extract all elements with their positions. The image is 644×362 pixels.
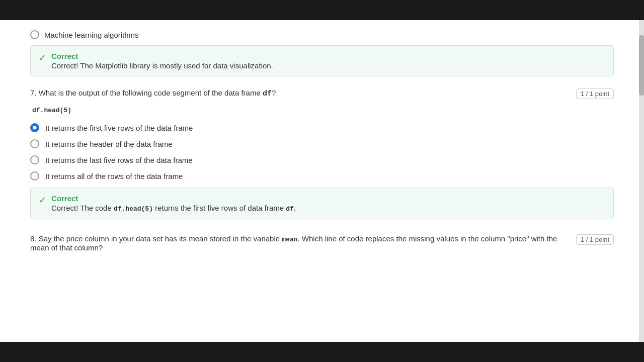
q7-number: 7. [30,88,37,97]
q7-option-a-row[interactable]: It returns the first five rows of the da… [30,123,614,132]
prev-correct-icon: ✓ [39,52,46,63]
q7-option-b-label: It returns the header of the data frame [45,140,173,148]
q7-option-a-label: It returns the first five rows of the da… [45,124,193,132]
prev-option-label: Machine learning algorithms [44,31,139,39]
q7-correct-box: ✓ Correct Correct! The code df.head(5) r… [30,188,614,219]
q7-code-block: df.head(5) [30,106,614,114]
q7-code-text: df.head(5) [32,107,71,114]
q7-radio-c[interactable] [30,155,39,164]
prev-correct-content: Correct Correct! The Matplotlib library … [51,52,273,70]
q7-text-before: What is the output of the following code… [39,88,263,97]
q7-radio-a[interactable] [30,123,39,132]
content-area: Machine learning algorithms ✓ Correct Co… [0,20,644,342]
question-8-text: 8. Say the price column in your data set… [30,234,576,252]
q7-option-d-row[interactable]: It returns all of the rows of the data f… [30,171,614,180]
q8-points-badge: 1 / 1 point [576,234,614,245]
prev-correct-text: Correct! The Matplotlib library is mostl… [51,61,273,70]
q8-text-part1: Say the price column in your data set ha… [39,234,282,243]
q7-correct-var: df [286,205,294,213]
q7-correct-before: Correct! The code [51,204,114,212]
scrollbar[interactable] [639,20,644,342]
q7-option-c-row[interactable]: It returns the last five rows of the dat… [30,155,614,164]
q7-correct-icon: ✓ [39,195,46,206]
q7-option-c-label: It returns the last five rows of the dat… [45,156,193,164]
q7-correct-text: Correct! The code df.head(5) returns the… [51,204,296,212]
q7-text-after: ? [272,88,276,97]
q7-option-d-label: It returns all of the rows of the data f… [45,172,183,180]
q7-radio-d[interactable] [30,171,39,180]
prev-correct-label: Correct [51,52,273,60]
q7-correct-code: df.head(5) [114,205,153,213]
q7-correct-end: . [294,204,296,212]
q7-correct-content: Correct Correct! The code df.head(5) ret… [51,194,296,213]
question-7-text: 7. What is the output of the following c… [30,88,576,98]
question-7-header: 7. What is the output of the following c… [30,88,614,99]
q7-code-var: df [263,89,272,98]
prev-correct-box: ✓ Correct Correct! The Matplotlib librar… [30,45,614,76]
radio-empty [30,30,39,39]
q7-points-badge: 1 / 1 point [576,88,614,99]
bottom-bar [0,342,644,362]
q7-radio-b[interactable] [30,139,39,148]
q8-code-mean: mean [282,236,297,243]
prev-option-row: Machine learning algorithms [30,30,614,39]
question-7-block: 7. What is the output of the following c… [30,88,614,219]
question-8-header: 8. Say the price column in your data set… [30,234,614,252]
question-8-block: 8. Say the price column in your data set… [30,234,614,252]
q8-number: 8. [30,234,37,243]
q7-correct-label: Correct [51,194,296,203]
q7-correct-after: returns the first five rows of data fram… [153,204,286,212]
q7-option-b-row[interactable]: It returns the header of the data frame [30,139,614,148]
scrollbar-thumb[interactable] [639,35,644,96]
top-bar [0,0,644,20]
